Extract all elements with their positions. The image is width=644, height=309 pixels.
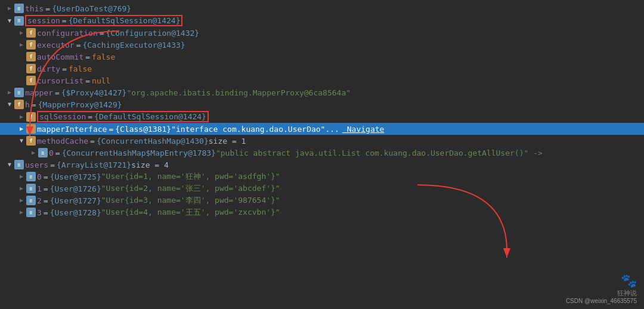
- obj-value: {User@1725}: [50, 172, 101, 181]
- expand-icon[interactable]: ▶: [17, 172, 26, 181]
- expand-icon[interactable]: ▶: [17, 208, 26, 217]
- var-name: cursorList: [37, 76, 83, 85]
- expand-icon[interactable]: ▼: [5, 100, 14, 109]
- tree-row-session[interactable]: ▼≡session = {DefaultSqlSession@1424}: [0, 14, 644, 27]
- type-icon: ≡: [14, 88, 24, 97]
- tree-row-this[interactable]: ▶≡this = {UserDaoTest@769}: [0, 2, 644, 14]
- equals-sign: =: [44, 172, 48, 181]
- expand-icon[interactable]: ▼: [5, 160, 14, 169]
- type-icon: ≡: [38, 148, 48, 157]
- var-name: 0: [49, 149, 54, 157]
- obj-value: {ConcurrentHashMap$MapEntry@1783}: [62, 149, 216, 157]
- equals-sign: =: [44, 184, 48, 193]
- expand-icon[interactable]: ▼: [17, 136, 26, 146]
- obj-value: {MapperProxy@1429}: [38, 100, 122, 109]
- type-icon: ≡: [26, 208, 36, 217]
- expand-icon[interactable]: ▶: [17, 40, 26, 50]
- expand-icon[interactable]: ▶: [5, 88, 14, 97]
- type-icon: ≡: [26, 184, 36, 193]
- var-name: session: [27, 16, 60, 25]
- red-border-highlight: sqlSession = {DefaultSqlSession@1424}: [37, 111, 209, 122]
- watermark-csdn: CSDN @weixin_46635575: [566, 298, 637, 304]
- obj-value: {Configuration@1432}: [106, 29, 200, 38]
- type-icon: ≡: [14, 4, 24, 13]
- tree-row-cursorList[interactable]: fcursorList = null: [0, 75, 644, 86]
- tree-row-user1[interactable]: ▶≡1 = {User@1726} "User{id=2, name='张三',…: [0, 183, 644, 194]
- extra-value: "User{id=1, name='狂神', pwd='asdfgh'}": [101, 171, 280, 182]
- type-icon: ≡: [14, 16, 24, 26]
- expand-icon[interactable]: [17, 76, 26, 85]
- expand-icon[interactable]: [17, 64, 26, 73]
- obj-value: {CachingExecutor@1433}: [82, 41, 185, 50]
- type-icon: f: [26, 124, 36, 134]
- tree-row-user0[interactable]: ▶≡0 = {User@1725} "User{id=1, name='狂神',…: [0, 171, 644, 183]
- equals-sign: =: [88, 112, 92, 121]
- equals-sign: =: [76, 41, 81, 50]
- expand-icon[interactable]: ▶: [17, 112, 26, 122]
- equals-sign: =: [32, 100, 36, 109]
- var-name: sqlSession: [39, 112, 86, 121]
- tree-row-user2[interactable]: ▶≡2 = {User@1727} "User{id=3, name='李四',…: [0, 194, 644, 206]
- tree-row-user3[interactable]: ▶≡3 = {User@1728} "User{id=4, name='王五',…: [0, 206, 644, 218]
- expand-icon[interactable]: ▼: [5, 16, 14, 26]
- type-icon: f: [26, 28, 36, 38]
- expand-icon[interactable]: ▶: [17, 196, 26, 205]
- equals-sign: =: [45, 4, 50, 13]
- equals-sign: =: [62, 64, 67, 73]
- equals-sign: =: [55, 88, 60, 97]
- expand-icon[interactable]: [17, 52, 26, 61]
- type-icon: f: [14, 100, 24, 109]
- tree-row-mapper[interactable]: ▶≡mapper = {$Proxy4@1427} "org.apache.ib…: [0, 86, 644, 98]
- type-icon: f: [26, 52, 36, 61]
- var-name: 1: [37, 184, 42, 193]
- expand-icon[interactable]: ▶: [17, 28, 26, 38]
- extra-value: "User{id=2, name='张三', pwd='abcdef'}": [101, 183, 280, 194]
- obj-value: {Class@1381}: [115, 125, 171, 134]
- var-name: mapperInterface: [37, 125, 107, 134]
- equals-sign: =: [50, 160, 55, 169]
- obj-value: {DefaultSqlSession@1424}: [94, 112, 206, 121]
- obj-value: {User@1728}: [50, 208, 101, 217]
- equals-sign: =: [55, 149, 60, 157]
- expand-icon[interactable]: ▶: [17, 124, 26, 134]
- obj-value: {DefaultSqlSession@1424}: [69, 16, 181, 25]
- type-icon: ≡: [26, 196, 36, 205]
- var-name: 0: [37, 172, 42, 181]
- equals-sign: =: [85, 76, 90, 85]
- expand-icon[interactable]: ▶: [17, 184, 26, 193]
- watermark-brand: 狂神说: [566, 289, 637, 298]
- tree-row-sqlSession[interactable]: ▶fsqlSession = {DefaultSqlSession@1424}: [0, 110, 644, 123]
- expand-icon[interactable]: ▶: [5, 4, 14, 13]
- debug-panel: ▶≡this = {UserDaoTest@769}▼≡session = {D…: [0, 0, 644, 309]
- tree-row-methodCache[interactable]: ▼fmethodCache = {ConcurrentHashMap@1430}…: [0, 135, 644, 147]
- var-name: users: [25, 160, 48, 169]
- tree-row-methodCache0[interactable]: ▶≡0 = {ConcurrentHashMap$MapEntry@1783} …: [0, 147, 644, 159]
- extra-value: size = 4: [131, 160, 169, 169]
- tree-row-users[interactable]: ▼≡users = {ArrayList@1721} size = 4: [0, 159, 644, 171]
- tree-row-mapperInterface[interactable]: ▶fmapperInterface = {Class@1381} "interf…: [0, 123, 644, 135]
- obj-value: null: [92, 76, 110, 85]
- obj-value: {ArrayList@1721}: [57, 160, 131, 169]
- var-name: executor: [37, 41, 75, 50]
- equals-sign: =: [109, 125, 113, 134]
- obj-value: {User@1727}: [50, 196, 101, 205]
- expand-icon[interactable]: ▶: [29, 148, 38, 157]
- type-icon: f: [26, 40, 36, 50]
- tree-row-h[interactable]: ▼fh = {MapperProxy@1429}: [0, 98, 644, 110]
- watermark: 🐾 狂神说 CSDN @weixin_46635575: [566, 273, 637, 304]
- type-icon: f: [26, 76, 36, 85]
- var-name: configuration: [37, 29, 98, 38]
- var-name: dirty: [37, 64, 60, 73]
- red-border-highlight: session = {DefaultSqlSession@1424}: [25, 15, 182, 26]
- extra-value: "User{id=4, name='王五', pwd='zxcvbn'}": [101, 207, 280, 218]
- obj-value: {User@1726}: [50, 184, 101, 193]
- tree-row-autoCommit[interactable]: fautoCommit = false: [0, 51, 644, 63]
- var-name: methodCache: [37, 137, 88, 146]
- tree-row-configuration[interactable]: ▶fconfiguration = {Configuration@1432}: [0, 27, 644, 39]
- tree-row-executor[interactable]: ▶fexecutor = {CachingExecutor@1433}: [0, 39, 644, 51]
- var-name: 2: [37, 196, 42, 205]
- type-icon: f: [26, 136, 36, 146]
- var-name: mapper: [25, 88, 53, 97]
- extra-value: "org.apache.ibatis.binding.MapperProxy@6…: [126, 88, 351, 97]
- tree-row-dirty[interactable]: fdirty = false: [0, 63, 644, 75]
